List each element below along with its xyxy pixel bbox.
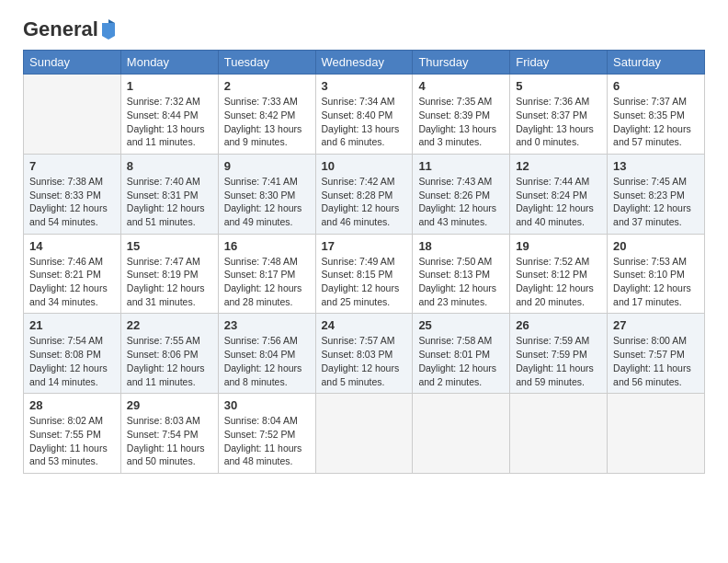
- day-number: 22: [127, 318, 212, 332]
- day-info: Sunrise: 7:54 AMSunset: 8:08 PMDaylight:…: [29, 334, 115, 388]
- day-info-line: Sunrise: 8:00 AM: [613, 335, 687, 346]
- day-info-line: Sunrise: 7:58 AM: [418, 335, 492, 346]
- day-info-line: Daylight: 12 hours: [516, 282, 594, 293]
- calendar-cell: 1Sunrise: 7:32 AMSunset: 8:44 PMDaylight…: [120, 75, 218, 155]
- day-info-line: Sunrise: 7:48 AM: [224, 256, 298, 267]
- day-info: Sunrise: 8:00 AMSunset: 7:57 PMDaylight:…: [613, 334, 699, 388]
- calendar-cell: 5Sunrise: 7:36 AMSunset: 8:37 PMDaylight…: [510, 75, 608, 155]
- day-info-line: and 40 minutes.: [516, 216, 585, 227]
- weekday-header-monday: Monday: [120, 51, 218, 75]
- calendar-cell: [315, 394, 413, 474]
- calendar-cell: 28Sunrise: 8:02 AMSunset: 7:55 PMDayligh…: [24, 394, 121, 474]
- day-info-line: Sunrise: 7:56 AM: [224, 335, 298, 346]
- day-number: 20: [613, 239, 699, 253]
- day-info-line: Daylight: 12 hours: [127, 282, 205, 293]
- svg-marker-0: [102, 23, 115, 40]
- day-info-line: Sunrise: 7:41 AM: [224, 176, 298, 187]
- day-info-line: Daylight: 12 hours: [322, 282, 400, 293]
- day-number: 5: [516, 79, 601, 93]
- day-info-line: Sunrise: 7:57 AM: [322, 335, 395, 346]
- day-info-line: Sunset: 8:06 PM: [127, 349, 199, 360]
- calendar-cell: 13Sunrise: 7:45 AMSunset: 8:23 PMDayligh…: [608, 154, 705, 234]
- logo-icon: [100, 19, 117, 40]
- day-info-line: Daylight: 11 hours: [516, 362, 594, 373]
- weekday-header-sunday: Sunday: [24, 51, 121, 75]
- day-info-line: and 31 minutes.: [127, 296, 196, 307]
- day-number: 27: [613, 318, 699, 332]
- calendar-cell: [24, 75, 121, 155]
- day-info-line: Daylight: 13 hours: [516, 123, 594, 134]
- day-info: Sunrise: 7:33 AMSunset: 8:42 PMDaylight:…: [224, 95, 310, 149]
- logo: General: [23, 18, 117, 40]
- day-info-line: and 49 minutes.: [224, 216, 293, 227]
- calendar-week-3: 14Sunrise: 7:46 AMSunset: 8:21 PMDayligh…: [24, 234, 705, 314]
- day-info-line: Daylight: 12 hours: [613, 202, 691, 213]
- calendar-cell: 22Sunrise: 7:55 AMSunset: 8:06 PMDayligh…: [120, 314, 218, 394]
- day-info-line: and 3 minutes.: [418, 136, 482, 147]
- day-info-line: Daylight: 12 hours: [322, 362, 400, 373]
- day-info-line: Daylight: 13 hours: [224, 123, 302, 134]
- day-info: Sunrise: 7:57 AMSunset: 8:03 PMDaylight:…: [322, 334, 407, 388]
- calendar-cell: 11Sunrise: 7:43 AMSunset: 8:26 PMDayligh…: [413, 154, 510, 234]
- day-info-line: Sunrise: 7:34 AM: [322, 96, 395, 107]
- day-info: Sunrise: 8:02 AMSunset: 7:55 PMDaylight:…: [29, 414, 115, 468]
- day-info-line: Daylight: 12 hours: [224, 362, 302, 373]
- day-number: 1: [127, 79, 212, 93]
- day-info-line: Sunrise: 7:40 AM: [127, 176, 200, 187]
- day-info-line: Daylight: 11 hours: [613, 362, 691, 373]
- day-info-line: Sunrise: 7:36 AM: [516, 96, 589, 107]
- day-info-line: Sunset: 8:01 PM: [418, 349, 490, 360]
- day-info-line: Sunrise: 7:37 AM: [613, 96, 687, 107]
- day-number: 30: [224, 398, 310, 412]
- day-info-line: Daylight: 12 hours: [613, 123, 691, 134]
- day-info-line: Daylight: 11 hours: [29, 442, 108, 454]
- calendar-week-1: 1Sunrise: 7:32 AMSunset: 8:44 PMDaylight…: [24, 75, 705, 155]
- day-info: Sunrise: 7:43 AMSunset: 8:26 PMDaylight:…: [418, 175, 504, 229]
- calendar-cell: 19Sunrise: 7:52 AMSunset: 8:12 PMDayligh…: [510, 234, 608, 314]
- calendar-week-5: 28Sunrise: 8:02 AMSunset: 7:55 PMDayligh…: [24, 394, 705, 474]
- day-info: Sunrise: 7:53 AMSunset: 8:10 PMDaylight:…: [613, 255, 699, 309]
- day-info: Sunrise: 7:46 AMSunset: 8:21 PMDaylight:…: [29, 255, 115, 309]
- day-info-line: Daylight: 13 hours: [322, 123, 400, 134]
- day-info-line: Sunrise: 7:59 AM: [516, 335, 589, 346]
- day-info: Sunrise: 7:47 AMSunset: 8:19 PMDaylight:…: [127, 255, 212, 309]
- day-info-line: Sunset: 8:40 PM: [322, 109, 393, 121]
- day-number: 4: [418, 79, 504, 93]
- svg-marker-1: [108, 19, 115, 23]
- calendar-cell: 27Sunrise: 8:00 AMSunset: 7:57 PMDayligh…: [608, 314, 705, 394]
- day-info-line: Sunset: 8:23 PM: [613, 190, 685, 201]
- day-info-line: and 0 minutes.: [516, 136, 579, 147]
- calendar-cell: 6Sunrise: 7:37 AMSunset: 8:35 PMDaylight…: [608, 75, 705, 155]
- day-info-line: and 50 minutes.: [127, 455, 196, 466]
- day-info-line: Sunset: 8:04 PM: [224, 349, 296, 360]
- day-info-line: and 54 minutes.: [29, 216, 98, 227]
- day-info: Sunrise: 7:59 AMSunset: 7:59 PMDaylight:…: [516, 334, 601, 388]
- day-info-line: and 53 minutes.: [29, 455, 98, 466]
- day-info-line: Sunrise: 7:33 AM: [224, 96, 298, 107]
- day-info-line: Sunset: 8:15 PM: [322, 269, 393, 280]
- day-info-line: Daylight: 12 hours: [516, 202, 594, 213]
- day-info-line: Daylight: 12 hours: [29, 282, 108, 293]
- day-info-line: Daylight: 12 hours: [29, 362, 108, 373]
- day-info-line: and 28 minutes.: [224, 296, 293, 307]
- weekday-header-thursday: Thursday: [413, 51, 510, 75]
- day-info: Sunrise: 7:40 AMSunset: 8:31 PMDaylight:…: [127, 175, 212, 229]
- day-info-line: Sunrise: 7:54 AM: [29, 335, 103, 346]
- day-number: 14: [29, 239, 115, 253]
- calendar-table: SundayMondayTuesdayWednesdayThursdayFrid…: [23, 50, 705, 474]
- calendar-cell: [510, 394, 608, 474]
- day-info: Sunrise: 7:42 AMSunset: 8:28 PMDaylight:…: [322, 175, 407, 229]
- day-info-line: Daylight: 12 hours: [613, 282, 691, 293]
- day-info: Sunrise: 7:41 AMSunset: 8:30 PMDaylight:…: [224, 175, 310, 229]
- day-info-line: Daylight: 12 hours: [29, 202, 108, 213]
- day-info-line: and 46 minutes.: [322, 216, 391, 227]
- day-info-line: Daylight: 12 hours: [418, 362, 496, 373]
- day-info-line: Sunset: 8:35 PM: [613, 109, 685, 121]
- calendar-cell: 2Sunrise: 7:33 AMSunset: 8:42 PMDaylight…: [218, 75, 315, 155]
- calendar-cell: [608, 394, 705, 474]
- day-info: Sunrise: 7:48 AMSunset: 8:17 PMDaylight:…: [224, 255, 310, 309]
- day-info-line: Sunset: 8:17 PM: [224, 269, 296, 280]
- day-info: Sunrise: 7:36 AMSunset: 8:37 PMDaylight:…: [516, 95, 601, 149]
- day-info: Sunrise: 7:35 AMSunset: 8:39 PMDaylight:…: [418, 95, 504, 149]
- day-number: 17: [322, 239, 407, 253]
